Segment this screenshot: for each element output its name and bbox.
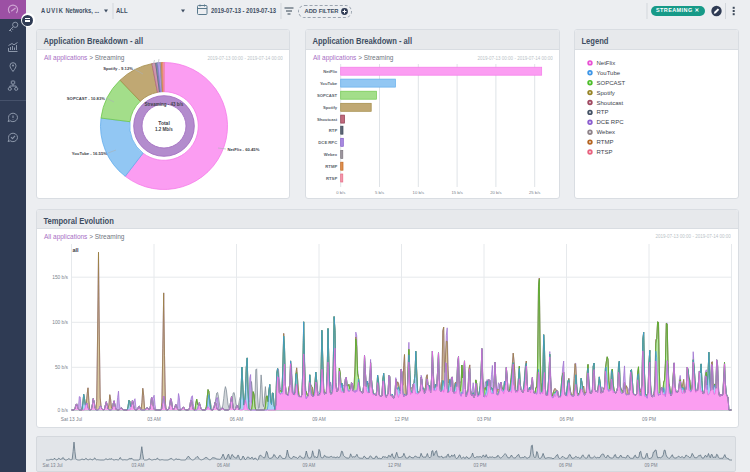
svg-text:Spotify: Spotify <box>597 90 615 96</box>
svg-text:25 b/s: 25 b/s <box>529 190 540 195</box>
svg-text:03 AM: 03 AM <box>132 463 145 468</box>
svg-text:Sat 13 Jul: Sat 13 Jul <box>61 417 82 422</box>
svg-text:RTSP: RTSP <box>597 149 613 155</box>
svg-text:03 PM: 03 PM <box>473 463 486 468</box>
svg-text:NetFlix: NetFlix <box>597 60 616 66</box>
svg-text:Streaming - 43 b/s: Streaming - 43 b/s <box>145 102 184 107</box>
svg-text:RTMP: RTMP <box>325 164 337 169</box>
svg-text:09 PM: 09 PM <box>642 417 656 422</box>
svg-text:RTSP: RTSP <box>326 176 337 181</box>
svg-text:Spotify - 9.12%: Spotify - 9.12% <box>103 66 133 71</box>
svg-text:Shoutcast: Shoutcast <box>597 100 624 106</box>
svg-text:15 b/s: 15 b/s <box>451 190 462 195</box>
svg-text:5 b/s: 5 b/s <box>375 190 384 195</box>
svg-text:YouTube: YouTube <box>320 81 338 86</box>
svg-text:DCE RPC: DCE RPC <box>318 140 337 145</box>
svg-text:12 PM: 12 PM <box>395 417 409 422</box>
svg-text:0 b/s: 0 b/s <box>336 190 345 195</box>
svg-text:150 b/s: 150 b/s <box>52 275 68 280</box>
svg-text:Shoutcast: Shoutcast <box>317 117 338 122</box>
svg-text:Webex: Webex <box>597 129 616 135</box>
svg-text:0 b/s: 0 b/s <box>58 408 69 413</box>
svg-text:Sat 13 Jul: Sat 13 Jul <box>42 463 62 468</box>
svg-text:09 AM: 09 AM <box>312 417 326 422</box>
svg-text:NetFlix: NetFlix <box>323 69 338 74</box>
svg-text:YouTube: YouTube <box>597 70 621 76</box>
svg-text:06 AM: 06 AM <box>230 417 244 422</box>
svg-text:SOPCAST: SOPCAST <box>597 80 626 86</box>
svg-text:03 PM: 03 PM <box>477 417 491 422</box>
svg-text:SOPCAST: SOPCAST <box>317 93 338 98</box>
svg-text:06 PM: 06 PM <box>559 463 572 468</box>
svg-text:06 AM: 06 AM <box>217 463 230 468</box>
svg-text:09 AM: 09 AM <box>303 463 316 468</box>
svg-text:1.2 Mb/s: 1.2 Mb/s <box>155 127 173 132</box>
svg-text:all: all <box>73 247 80 253</box>
svg-text:Total: Total <box>158 120 170 126</box>
svg-text:RTP: RTP <box>597 109 609 115</box>
svg-text:DCE RPC: DCE RPC <box>597 119 625 125</box>
svg-text:SOPCAST - 10.83%: SOPCAST - 10.83% <box>67 96 105 101</box>
svg-text:Spotify: Spotify <box>323 105 338 110</box>
svg-text:06 PM: 06 PM <box>560 417 574 422</box>
svg-text:YouTube - 16.55%: YouTube - 16.55% <box>72 151 107 156</box>
svg-text:RTMP: RTMP <box>597 139 614 145</box>
svg-text:09 PM: 09 PM <box>644 463 657 468</box>
svg-text:NetFlix - 60.45%: NetFlix - 60.45% <box>228 147 260 152</box>
svg-text:03 AM: 03 AM <box>147 417 161 422</box>
svg-text:Webex: Webex <box>324 152 338 157</box>
svg-text:50 b/s: 50 b/s <box>55 365 69 370</box>
svg-text:10 b/s: 10 b/s <box>413 190 424 195</box>
svg-text:20 b/s: 20 b/s <box>490 190 501 195</box>
svg-text:RTP: RTP <box>329 128 338 133</box>
svg-text:12 PM: 12 PM <box>388 463 401 468</box>
svg-text:100 b/s: 100 b/s <box>52 320 68 325</box>
